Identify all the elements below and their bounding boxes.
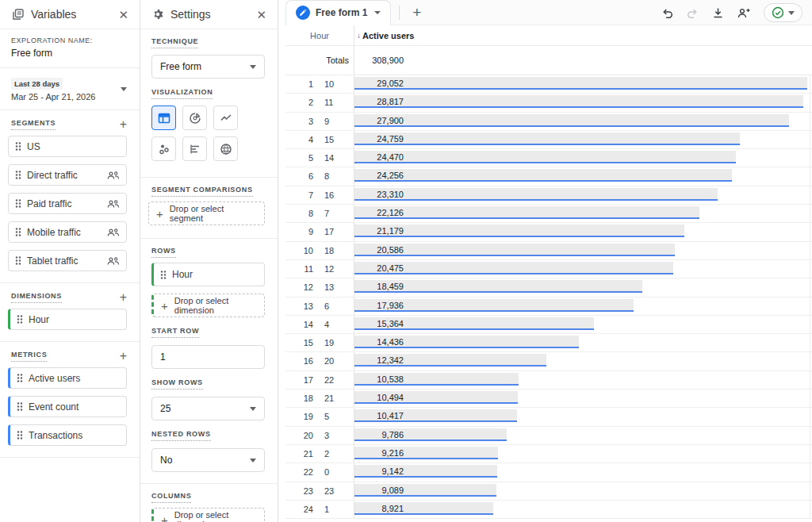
close-variables-icon[interactable]: ✕ (118, 9, 128, 21)
row-value: 10,538 (354, 371, 404, 388)
close-settings-icon[interactable]: ✕ (256, 9, 266, 21)
chip-label: Transactions (29, 430, 82, 441)
viz-table-button[interactable] (151, 106, 176, 130)
dimension-column-header[interactable]: Hour (285, 31, 354, 40)
redo-icon[interactable] (686, 6, 699, 20)
metrics-label: METRICS (11, 351, 47, 362)
table-row[interactable]: 41524,759 (285, 131, 812, 149)
chip-active-users[interactable]: Active users (8, 367, 127, 389)
chevron-down-icon (250, 407, 256, 411)
tab-free-form-1[interactable]: Free form 1 (285, 0, 391, 25)
row-index: 16 (285, 352, 313, 370)
row-index: 24 (285, 501, 313, 518)
row-hour: 18 (313, 242, 354, 259)
status-pill-button[interactable] (764, 3, 802, 22)
table-icon (158, 112, 170, 125)
chip-hour[interactable]: Hour (8, 309, 127, 330)
viz-donut-button[interactable] (182, 106, 207, 130)
table-row[interactable]: 6824,256 (285, 167, 812, 186)
viz-line-button[interactable] (213, 106, 238, 130)
table-row[interactable]: 101820,586 (285, 242, 812, 260)
row-hour: 23 (313, 482, 354, 500)
nested-rows-select[interactable]: No (151, 448, 265, 472)
table-row[interactable]: 111220,475 (285, 260, 812, 278)
exploration-name-value[interactable]: Free form (0, 44, 140, 59)
table-row[interactable]: 3927,900 (285, 113, 812, 131)
table-row[interactable]: 2209,142 (285, 463, 812, 482)
table-row[interactable]: 2418,921 (285, 501, 812, 519)
start-row-input[interactable]: 1 (151, 345, 265, 369)
row-hour: 15 (313, 131, 354, 148)
people-icon (107, 199, 120, 209)
row-index: 18 (285, 390, 313, 407)
table-row[interactable]: 11029,052 (285, 75, 812, 94)
visualization-section: VISUALIZATION (140, 83, 278, 178)
table-row[interactable]: 21128,817 (285, 94, 812, 112)
table-row[interactable]: 23239,089 (285, 482, 812, 501)
add-segment-button[interactable]: + (120, 118, 127, 131)
metric-cell: 9,089 (354, 482, 810, 500)
segment-comparisons-dropzone[interactable]: + Drop or select segment (148, 202, 265, 225)
bar-chart-icon (189, 143, 201, 155)
drag-handle-icon (17, 401, 23, 412)
chip-label: Direct traffic (27, 170, 78, 181)
rows-dimension-chip[interactable]: Hour (151, 263, 265, 286)
show-rows-select[interactable]: 25 (151, 397, 265, 420)
drag-handle-icon (160, 270, 167, 280)
chip-tablet-traffic[interactable]: Tablet traffic (8, 250, 127, 271)
plus-icon: + (161, 299, 168, 313)
row-index: 5 (285, 149, 313, 167)
table-row[interactable]: 121318,459 (285, 278, 812, 297)
table-row[interactable]: 162012,342 (285, 352, 812, 370)
row-value: 24,256 (354, 167, 404, 184)
chip-direct-traffic[interactable]: Direct traffic (8, 164, 127, 186)
start-row-value: 1 (160, 351, 166, 363)
rows-dimension-label: Hour (172, 269, 193, 280)
scatter-chart-icon (158, 143, 170, 155)
table-row[interactable]: 2039,786 (285, 427, 812, 445)
table-row[interactable]: 51424,470 (285, 149, 812, 167)
technique-select[interactable]: Free form (151, 55, 265, 79)
rows-dropzone[interactable]: + Drop or select dimension (151, 294, 265, 317)
table-row[interactable]: 182110,494 (285, 390, 812, 408)
drag-handle-icon (15, 198, 21, 209)
table-row[interactable]: 151914,436 (285, 334, 812, 352)
table-row[interactable]: 19510,417 (285, 408, 812, 426)
metrics-list: Active usersEvent countTransactions (0, 367, 140, 446)
table-row[interactable]: 172210,538 (285, 371, 812, 390)
add-dimension-button[interactable]: + (120, 291, 127, 304)
chip-transactions[interactable]: Transactions (8, 424, 127, 446)
nested-rows-value: No (160, 455, 172, 466)
table-row[interactable]: 91721,179 (285, 223, 812, 241)
metric-column-header[interactable]: ↓ Active users (354, 25, 812, 45)
viz-bar-button[interactable] (182, 136, 207, 161)
table-row[interactable]: 13617,936 (285, 297, 812, 316)
chip-us[interactable]: US (8, 136, 127, 157)
show-rows-label: SHOW ROWS (151, 378, 203, 390)
columns-dropzone[interactable]: + Drop or select dimension (151, 508, 265, 522)
drag-handle-icon (15, 255, 21, 266)
metric-cell: 23,310 (354, 186, 810, 204)
table-row[interactable]: 8722,126 (285, 205, 812, 223)
chip-label: US (27, 141, 40, 152)
table-row[interactable]: 14415,364 (285, 316, 812, 334)
undo-icon[interactable] (661, 6, 674, 20)
chip-event-count[interactable]: Event count (8, 396, 127, 417)
viz-scatter-button[interactable] (151, 136, 176, 161)
date-range-section[interactable]: Last 28 days Mar 25 - Apr 21, 2026 (0, 68, 140, 110)
viz-geo-button[interactable] (213, 136, 238, 161)
row-index: 4 (285, 131, 313, 148)
add-metric-button[interactable]: + (120, 350, 127, 363)
table-row[interactable]: 71623,310 (285, 186, 812, 205)
download-icon[interactable] (711, 6, 725, 20)
row-index: 17 (285, 371, 313, 389)
nested-rows-label: NESTED ROWS (151, 430, 211, 441)
chip-paid-traffic[interactable]: Paid traffic (8, 193, 127, 214)
share-users-icon[interactable] (737, 6, 752, 20)
metric-cell: 14,436 (354, 334, 810, 351)
add-tab-button[interactable]: + (408, 4, 426, 21)
row-value: 20,586 (354, 242, 404, 259)
chip-mobile-traffic[interactable]: Mobile traffic (8, 221, 127, 243)
table-row[interactable]: 2129,216 (285, 445, 812, 463)
row-hour: 21 (313, 390, 354, 407)
